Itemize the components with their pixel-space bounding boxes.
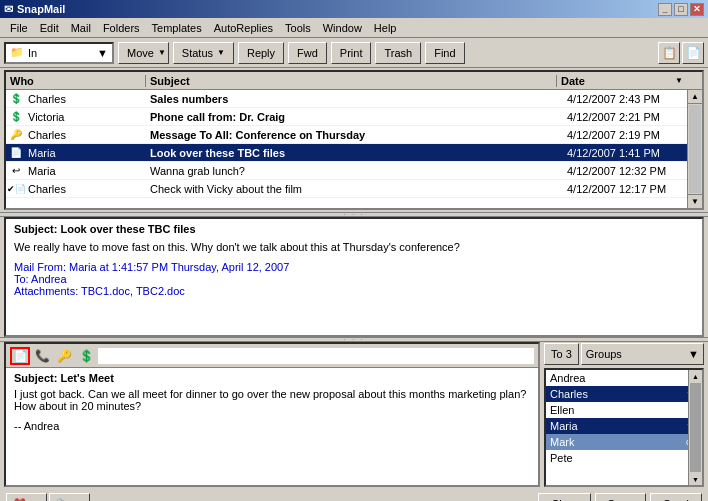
list-item[interactable]: Pete (546, 450, 702, 466)
table-row[interactable]: 💲 Victoria Phone call from: Dr. Craig 4/… (6, 108, 702, 126)
email-subject: Phone call from: Dr. Craig (146, 111, 563, 123)
to-group-bar: To 3 Groups ▼ (544, 342, 704, 366)
col-header-subject: Subject (146, 75, 557, 87)
compose-toolbar: 📄 📞 🔑 💲 (6, 344, 538, 368)
compose-key-icon[interactable]: 🔑 (54, 347, 74, 365)
col-header-date: Date▼ (557, 75, 687, 87)
compose-doc-icon[interactable]: 📄 (10, 347, 30, 365)
contact-scrollbar[interactable]: ▲ ▼ (688, 370, 702, 485)
folder-icon: 📁 (10, 46, 24, 59)
attach-button[interactable]: 📎▼ (49, 493, 90, 501)
status-button[interactable]: Status▼ (173, 42, 234, 64)
app-title: SnapMail (17, 3, 65, 15)
email-date: 4/12/2007 12:32 PM (563, 165, 688, 177)
recipients-panel: To 3 Groups ▼ Andrea Charles to (544, 342, 704, 487)
menu-tools[interactable]: Tools (279, 20, 317, 36)
contact-name: Maria (550, 420, 578, 432)
list-item[interactable]: Andrea (546, 370, 702, 386)
table-row[interactable]: ↩ Maria Wanna grab lunch? 4/12/2007 12:3… (6, 162, 702, 180)
close-button[interactable]: ✕ (690, 3, 704, 16)
reply-button[interactable]: Reply (238, 42, 284, 64)
list-item[interactable]: Mark cc (546, 434, 702, 450)
table-row[interactable]: 🔑 Charles Message To All: Conference on … (6, 126, 702, 144)
email-icon: 💲 (6, 93, 26, 104)
copy-icon-button[interactable]: 📋 (658, 42, 680, 64)
menu-templates[interactable]: Templates (146, 20, 208, 36)
menu-autoreplies[interactable]: AutoReplies (208, 20, 279, 36)
email-icon: 🔑 (6, 129, 26, 140)
compose-body[interactable]: Subject: Let's Meet I just got back. Can… (6, 368, 538, 485)
email-subject: Message To All: Conference on Thursday (146, 129, 563, 141)
trash-button[interactable]: Trash (375, 42, 421, 64)
compose-body-text: I just got back. Can we all meet for din… (14, 388, 530, 412)
snap-button[interactable]: Snap (595, 493, 647, 501)
groups-label: Groups (586, 348, 622, 360)
folder-name: In (28, 47, 37, 59)
minimize-button[interactable]: _ (658, 3, 672, 16)
alarm-button[interactable]: ⏰▼ (6, 493, 47, 501)
contact-scroll-down[interactable]: ▼ (689, 473, 702, 485)
col-header-who: Who (6, 75, 146, 87)
move-button[interactable]: Move▼ (118, 42, 169, 64)
scroll-up-arrow[interactable]: ▲ (688, 90, 702, 104)
email-subject: Look over these TBC files (146, 147, 563, 159)
paperclip-icon: 📎 (56, 498, 70, 502)
find-button[interactable]: Find (425, 42, 464, 64)
compose-area: 📄 📞 🔑 💲 Subject: Let's Meet I just got b… (4, 342, 704, 487)
list-item[interactable]: Charles to (546, 386, 702, 402)
contact-name: Charles (550, 388, 588, 400)
clear-button[interactable]: Clear (538, 493, 590, 501)
email-sender: Victoria (26, 111, 146, 123)
menu-edit[interactable]: Edit (34, 20, 65, 36)
table-row[interactable]: ✔📄 Charles Check with Vicky about the fi… (6, 180, 702, 198)
email-date: 4/12/2007 1:41 PM (563, 147, 688, 159)
fwd-button[interactable]: Fwd (288, 42, 327, 64)
contact-name: Ellen (550, 404, 574, 416)
scroll-down-arrow[interactable]: ▼ (688, 194, 702, 208)
preview-attachments: Attachments: TBC1.doc, TBC2.doc (14, 285, 694, 297)
list-item[interactable]: Ellen (546, 402, 702, 418)
compose-dollar-icon[interactable]: 💲 (76, 347, 96, 365)
menu-bar: File Edit Mail Folders Templates AutoRep… (0, 18, 708, 38)
email-date: 4/12/2007 2:19 PM (563, 129, 688, 141)
email-sender: Maria (26, 165, 146, 177)
groups-dropdown[interactable]: Groups ▼ (581, 343, 704, 365)
table-row[interactable]: 💲 Charles Sales numbers 4/12/2007 2:43 P… (6, 90, 702, 108)
bottom-left-icons: ⏰▼ 📎▼ (6, 493, 90, 501)
to-button[interactable]: To 3 (544, 343, 579, 365)
groups-dropdown-arrow: ▼ (688, 348, 699, 360)
menu-window[interactable]: Window (317, 20, 368, 36)
email-date: 4/12/2007 12:17 PM (563, 183, 688, 195)
contact-scroll-thumb[interactable] (690, 383, 701, 472)
compose-editor: 📄 📞 🔑 💲 Subject: Let's Meet I just got b… (4, 342, 540, 487)
print-button[interactable]: Print (331, 42, 372, 64)
email-icon: 📄 (6, 147, 26, 158)
table-row[interactable]: 📄 Maria Look over these TBC files 4/12/2… (6, 144, 702, 162)
folder-dropdown-arrow[interactable]: ▼ (97, 47, 108, 59)
email-icon: ↩ (6, 165, 26, 176)
menu-help[interactable]: Help (368, 20, 403, 36)
email-subject: Check with Vicky about the film (146, 183, 563, 195)
main-toolbar: 📁 In ▼ Move▼ Status▼ Reply Fwd Print Tra… (0, 38, 708, 68)
compose-subject-input[interactable] (98, 348, 534, 364)
contact-scroll-up[interactable]: ▲ (689, 370, 702, 382)
email-date: 4/12/2007 2:43 PM (563, 93, 688, 105)
contact-list: Andrea Charles to Ellen Maria to (544, 368, 704, 487)
preview-subject: Subject: Look over these TBC files (14, 223, 694, 235)
list-item[interactable]: Maria to (546, 418, 702, 434)
contact-name: Mark (550, 436, 574, 448)
list-scrollbar[interactable]: ▲ ▼ (687, 90, 702, 208)
maximize-button[interactable]: □ (674, 3, 688, 16)
menu-mail[interactable]: Mail (65, 20, 97, 36)
folder-select[interactable]: 📁 In ▼ (4, 42, 114, 64)
send-button[interactable]: Send (650, 493, 702, 501)
email-date: 4/12/2007 2:21 PM (563, 111, 688, 123)
email-list-header: Who Subject Date▼ (6, 72, 702, 90)
email-sender: Charles (26, 93, 146, 105)
menu-file[interactable]: File (4, 20, 34, 36)
preview-body: We really have to move fast on this. Why… (14, 241, 694, 253)
scroll-thumb[interactable] (689, 105, 701, 193)
compose-phone-icon[interactable]: 📞 (32, 347, 52, 365)
paste-icon-button[interactable]: 📄 (682, 42, 704, 64)
menu-folders[interactable]: Folders (97, 20, 146, 36)
